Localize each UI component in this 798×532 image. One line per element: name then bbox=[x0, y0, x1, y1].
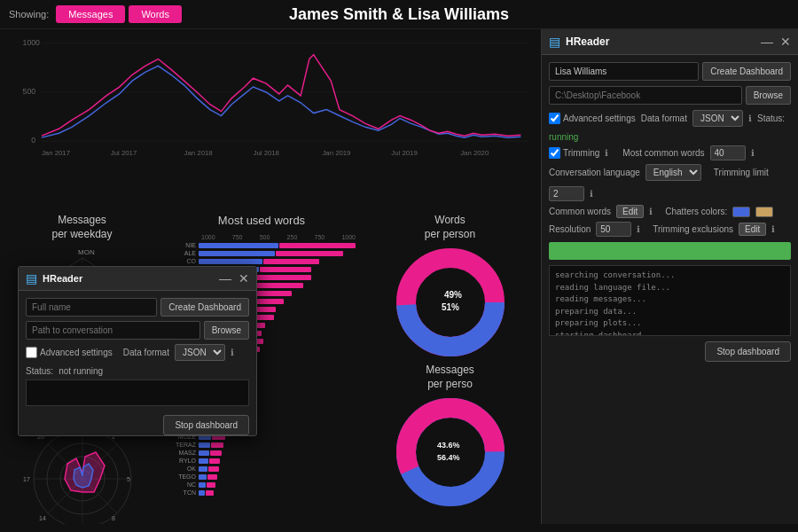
popup-format-select[interactable]: JSON CSV bbox=[175, 344, 225, 361]
hreader-icon: ▤ bbox=[549, 35, 560, 49]
resolution-label: Resolution bbox=[549, 224, 591, 234]
popup-path-row: Browse bbox=[26, 321, 249, 340]
popup-advanced-checkbox[interactable] bbox=[26, 347, 37, 358]
color-swatch-2[interactable] bbox=[755, 207, 773, 217]
donut-chart-1: 49% 51% bbox=[393, 245, 508, 360]
page-title: James Smith & Lisa Williams bbox=[289, 5, 509, 24]
data-format-select[interactable]: JSON CSV bbox=[692, 110, 743, 127]
bar-label: OK bbox=[168, 466, 199, 472]
svg-text:MON: MON bbox=[78, 248, 95, 256]
svg-text:Jul 2018: Jul 2018 bbox=[254, 149, 280, 157]
svg-text:1000: 1000 bbox=[23, 38, 41, 47]
bar-blue bbox=[199, 243, 278, 248]
bar-pink bbox=[263, 259, 319, 264]
popup-close-button[interactable]: ✕ bbox=[239, 271, 249, 286]
data-format-info-icon: ℹ bbox=[748, 113, 752, 123]
popup-minimize-button[interactable]: — bbox=[219, 271, 231, 286]
hreader-main-title: HReader bbox=[566, 35, 761, 48]
bar-blue bbox=[199, 458, 208, 464]
lang-row: Conversation language English Polish Tri… bbox=[549, 164, 791, 201]
log-line-4: preparing data... bbox=[555, 306, 785, 318]
common-words-edit-button[interactable]: Edit bbox=[616, 205, 644, 218]
svg-text:Jan 2017: Jan 2017 bbox=[42, 149, 70, 157]
popup-format-info-icon: ℹ bbox=[231, 348, 234, 357]
resolution-row: Resolution ℹ Trimming exclusions Edit ℹ bbox=[549, 222, 791, 237]
create-dashboard-button[interactable]: Create Dashboard bbox=[702, 62, 791, 81]
bar-container bbox=[199, 466, 356, 473]
bar-pink bbox=[210, 450, 223, 456]
svg-text:8: 8 bbox=[112, 515, 115, 521]
bar-blue bbox=[199, 442, 210, 448]
line-chart-svg: 1000 500 0 Jan 2017 Jul 2017 Jan 2018 Ju… bbox=[7, 33, 534, 203]
trimming-info-icon: ℹ bbox=[605, 148, 608, 158]
trimming-limit-info-icon: ℹ bbox=[590, 189, 593, 199]
bar-x-axis: 10007505002507501000 bbox=[168, 234, 356, 240]
color-swatch-1[interactable] bbox=[732, 207, 750, 217]
messages-button[interactable]: Messages bbox=[56, 5, 125, 23]
trimming-row: Trimming ℹ Most common words ℹ bbox=[549, 145, 791, 160]
bar-blue bbox=[199, 474, 207, 480]
donut-chart-2: 43.6% 56.4% bbox=[393, 395, 508, 510]
trimming-exclusions-label: Trimming exclusions bbox=[653, 224, 733, 234]
bar-row: TERAZ bbox=[168, 442, 356, 449]
hreader-header: ▤ HReader — ✕ bbox=[542, 29, 798, 55]
log-line-3: reading messages... bbox=[555, 293, 785, 306]
user-name-input[interactable] bbox=[549, 62, 699, 81]
popup-name-row: Create Dashboard bbox=[26, 298, 249, 317]
common-words-info-icon: ℹ bbox=[649, 207, 653, 216]
common-words-label: Common words bbox=[549, 207, 611, 216]
browse-button[interactable]: Browse bbox=[746, 86, 791, 105]
svg-point-54 bbox=[421, 423, 480, 481]
popup-format-label: Data format bbox=[123, 348, 169, 357]
resolution-input[interactable] bbox=[596, 222, 631, 237]
hreader-controls: — ✕ bbox=[761, 35, 791, 49]
bar-container bbox=[199, 242, 356, 249]
trimming-limit-label: Trimming limit bbox=[714, 168, 769, 177]
most-common-words-input[interactable] bbox=[710, 145, 746, 160]
svg-text:56.4%: 56.4% bbox=[437, 453, 460, 462]
popup-path-input[interactable] bbox=[26, 321, 200, 340]
svg-text:Jul 2017: Jul 2017 bbox=[111, 149, 137, 157]
stop-dashboard-button[interactable]: Stop dashboard bbox=[705, 341, 791, 362]
bar-blue bbox=[199, 466, 207, 472]
hreader-popup: ▤ HReader — ✕ Create Dashboard Browse Ad… bbox=[18, 266, 257, 436]
name-row: Create Dashboard bbox=[549, 62, 791, 81]
popup-create-dashboard-button[interactable]: Create Dashboard bbox=[160, 298, 249, 317]
close-button[interactable]: ✕ bbox=[780, 35, 791, 49]
svg-text:Jul 2019: Jul 2019 bbox=[391, 149, 417, 157]
settings-row-1: Advanced settings Data format JSON CSV ℹ… bbox=[549, 110, 791, 142]
bar-label: MASZ bbox=[168, 450, 199, 456]
log-line-2: reading language file... bbox=[555, 282, 785, 294]
bar-blue bbox=[199, 450, 209, 456]
right-panel: ▤ HReader — ✕ Create Dashboard Browse bbox=[541, 29, 798, 524]
trimming-limit-input[interactable] bbox=[549, 186, 584, 201]
progress-bar bbox=[549, 242, 791, 260]
popup-browse-button[interactable]: Browse bbox=[204, 321, 249, 340]
trimming-checkbox[interactable] bbox=[549, 147, 560, 159]
advanced-settings-checkbox[interactable] bbox=[549, 113, 560, 124]
line-chart-area: 1000 500 0 Jan 2017 Jul 2017 Jan 2018 Ju… bbox=[0, 29, 541, 207]
svg-text:43.6%: 43.6% bbox=[437, 441, 460, 450]
log-area: searching conversation... reading langua… bbox=[549, 265, 791, 336]
bar-label: TCN bbox=[168, 489, 199, 496]
bar-label: TERAZ bbox=[168, 442, 199, 448]
advanced-settings-label: Advanced settings bbox=[549, 113, 636, 124]
bar-row: ALE bbox=[168, 250, 356, 257]
popup-title: HReader bbox=[43, 273, 219, 284]
bar-pink bbox=[206, 490, 214, 496]
popup-name-input[interactable] bbox=[26, 298, 157, 317]
most-common-label: Most common words bbox=[622, 148, 704, 158]
path-input[interactable] bbox=[549, 86, 742, 105]
bar-pink bbox=[276, 251, 344, 256]
bar-row: NIE bbox=[168, 242, 356, 249]
bar-container bbox=[199, 481, 356, 489]
popup-stop-dashboard-button[interactable]: Stop dashboard bbox=[163, 415, 249, 435]
bar-blue bbox=[199, 490, 205, 496]
path-row: Browse bbox=[549, 86, 791, 105]
minimize-button[interactable]: — bbox=[761, 35, 773, 49]
words-button[interactable]: Words bbox=[129, 5, 182, 23]
trimming-exclusions-edit-button[interactable]: Edit bbox=[739, 223, 766, 236]
svg-text:17: 17 bbox=[23, 476, 30, 482]
language-select[interactable]: English Polish bbox=[645, 164, 701, 181]
bar-pink bbox=[252, 275, 312, 280]
